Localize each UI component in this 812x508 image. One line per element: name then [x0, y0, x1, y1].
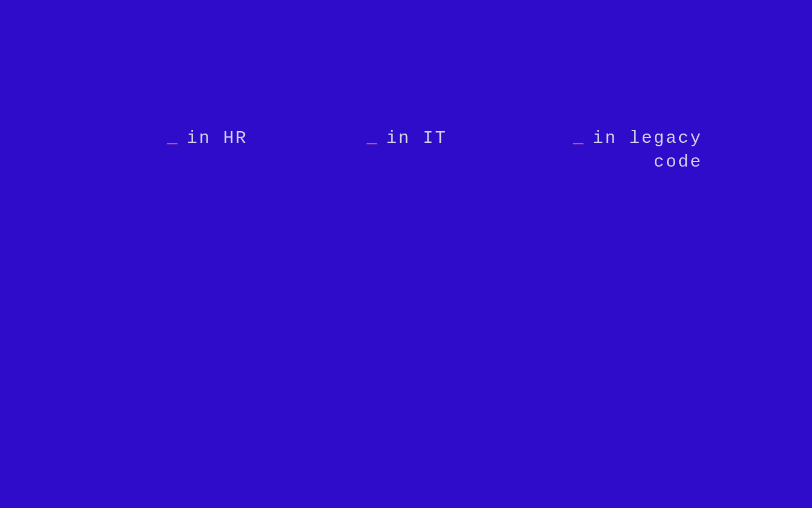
underscore-icon: _ — [573, 127, 585, 146]
item-label: in HR — [187, 127, 248, 150]
list-item-legacy-code: _ in legacy code — [573, 127, 702, 174]
list-item-it: _ in IT — [367, 127, 447, 150]
underscore-icon: _ — [167, 127, 179, 146]
item-label: in legacy code — [593, 127, 702, 174]
item-label: in IT — [386, 127, 447, 150]
list-item-hr: _ in HR — [167, 127, 248, 150]
underscore-icon: _ — [367, 127, 378, 146]
